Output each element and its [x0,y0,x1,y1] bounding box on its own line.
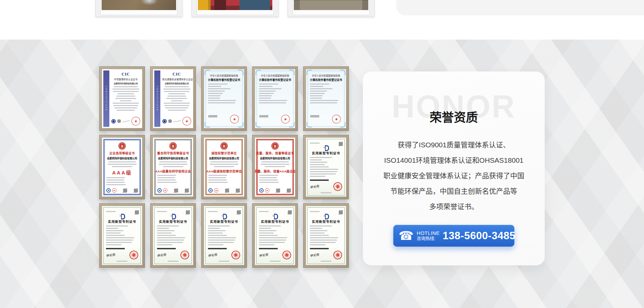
text-line [310,98,322,99]
certificate[interactable]: 实用新型专利证书 申长雨 [303,135,349,199]
certificate-paper: CERTIFICATE CIC 环境管理体系认证证书 合肥珂玛环保科技有限公司 … [102,69,142,128]
qr-code-icon [134,189,138,193]
text-line [265,166,285,167]
certificate[interactable]: 实用新型专利证书 申长雨 [252,203,298,268]
project-photo-card[interactable] [95,0,182,17]
text-line [259,88,281,89]
text-line [310,235,329,236]
cic-round-seal-icon [162,119,167,123]
text-line [310,86,323,87]
hotline-button[interactable]: ☎ HOTLINE 咨询热线: 138-5600-3485 [393,225,515,247]
text-line [106,235,125,236]
company-name: 合肥珂玛环保科技有限公司 [162,82,191,85]
text-line [259,233,274,234]
honor-description-line: 多项荣誉证书。 [375,199,533,214]
text-line [259,211,269,212]
text-line [261,164,289,165]
credit-emblem-icon: 信 [271,142,279,150]
text-line [157,237,185,238]
company-name: 合肥珂玛环保科技有限公司 [158,156,188,160]
certificate-title: 实用新型专利证书 [310,219,342,224]
text-line [310,225,332,226]
text-line [310,211,320,212]
certificate-title: 实用新型专利证书 [310,151,342,155]
certificate[interactable]: CERTIFICATE CIC 环境管理体系认证证书 合肥珂玛环保科技有限公司 … [99,66,145,131]
text-line [310,171,337,172]
cic-round-seal-icon [111,119,116,123]
national-emblem-seal-icon [231,250,240,260]
certificate[interactable]: 实用新型专利证书 申长雨 [99,203,145,268]
commissioner-signature: 申长雨 [208,252,217,258]
certificate[interactable]: 信 质量、服务、信誉等级证书 合肥珂玛环保科技有限公司 质量、服务、信誉AAA级… [252,135,298,199]
text-line [214,166,234,167]
barcode-icon [311,115,319,117]
certificate[interactable]: 中华人民共和国国家版权局 计算机软件著作权登记证书 ★ [201,66,247,131]
certificate[interactable]: 实用新型专利证书 申长雨 [150,203,196,268]
certificate-paper: 信 重合同守信用等级证书 合肥珂玛环保科技有限公司 AAA级重合同守信用企业 ★ [153,138,193,197]
certificate-border: 实用新型专利证书 申长雨 [154,207,192,264]
text-line [106,237,134,238]
cnipa-logo-icon [222,213,226,218]
barcode-icon [310,179,329,181]
phone-icon: ☎ [399,230,414,242]
honor-description: 获得了ISO9001质量管理体系认证、 ISO14001环境管理体系认证和OHS… [375,137,533,214]
text-line [259,240,286,241]
red-star-seal-icon: ★ [182,116,192,126]
text-line [117,261,128,262]
text-line [112,89,139,90]
text-line [259,102,286,103]
certificate[interactable]: 实用新型专利证书 申长雨 [201,203,247,268]
certificate[interactable]: 信 企业信用等级证书 合肥珂玛环保科技有限公司 AAA级 ★ [99,135,145,199]
text-line [117,110,135,111]
certificate[interactable]: 信 重合同守信用等级证书 合肥珂玛环保科技有限公司 AAA级重合同守信用企业 ★ [150,135,196,199]
company-name: 合肥珂玛环保科技有限公司 [260,156,290,160]
certificate-border: 信 企业信用等级证书 合肥珂玛环保科技有限公司 AAA级 ★ [103,139,141,195]
project-photo-card[interactable] [287,0,375,17]
barcode-icon [157,248,176,249]
round-seal-icon [208,188,213,193]
certificate-border: 实用新型专利证书 申长雨 [307,139,345,196]
hotline-labels: HOTLINE 咨询热线: [417,230,440,241]
crane-truck-site-photo [198,0,272,10]
credit-emblem-icon: 信 [118,142,126,150]
certificate-title: 计算机软件著作权登记证书 [310,78,342,82]
text-line [321,261,332,262]
text-line [310,143,320,144]
text-line [259,230,276,231]
text-line [310,157,332,158]
text-line [157,175,176,176]
company-name: 合肥珂玛环保科技有限公司 [107,156,137,160]
text-line [159,161,187,162]
text-line [259,179,278,181]
text-line [157,211,167,212]
qr-code-icon [186,210,190,214]
certificate[interactable]: CERTIFICATE CIC 职业健康安全管理体系认证证书 合肥珂玛环保科技有… [150,66,196,131]
red-star-seal-icon: ★ [112,188,116,193]
text-line [310,91,327,92]
qr-code-icon [288,210,292,214]
text-line [219,261,230,262]
certificate[interactable]: 中华人民共和国国家版权局 计算机软件著作权登记证书 ★ [303,66,349,131]
text-line [165,107,189,108]
text-line [310,164,325,165]
text-line [208,88,230,89]
text-line [310,230,327,231]
text-line [259,84,278,85]
certificate[interactable]: 实用新型专利证书 申长雨 [303,203,349,268]
certificate[interactable]: 中华人民共和国国家版权局 计算机软件著作权登记证书 ★ [252,66,298,131]
text-line [259,182,279,183]
project-photo-card[interactable] [192,0,279,17]
concrete-tank-pit-photo [294,0,368,10]
certificate[interactable]: 信 诚信经营示范单位 合肥珂玛环保科技有限公司 AAA级诚信经营示范单位 ★ [201,135,247,199]
credit-emblem-icon: 信 [220,142,228,150]
award-level: 质量、服务、信誉AAA级企业 [255,169,295,173]
text-line [208,95,221,96]
round-seal-icon [259,188,264,193]
certificate-paper: 信 质量、服务、信誉等级证书 合肥珂玛环保科技有限公司 质量、服务、信誉AAA级… [255,138,295,197]
text-line [208,230,225,231]
photo-mat [197,0,274,15]
barcode-icon [209,115,217,117]
text-line [163,166,183,167]
text-line [310,84,329,85]
text-line [310,233,325,234]
